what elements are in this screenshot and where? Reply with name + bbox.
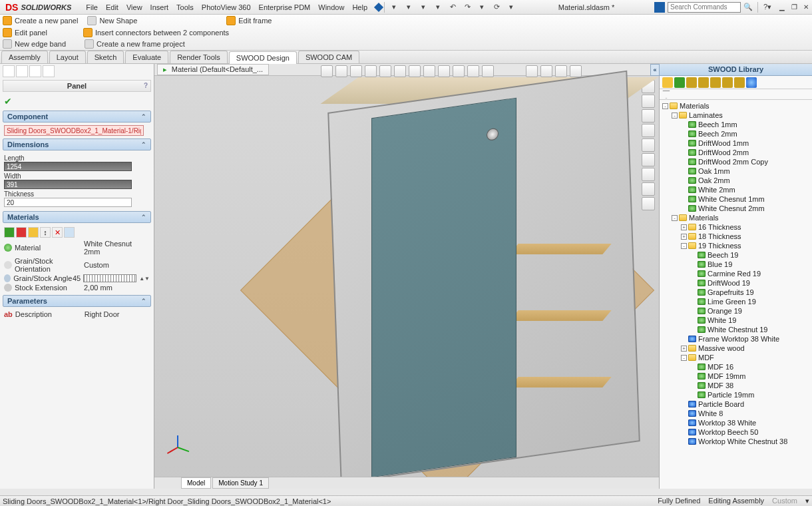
hud-btn[interactable]: [321, 65, 333, 77]
hud-btn[interactable]: [482, 65, 494, 77]
strip-btn[interactable]: [3, 65, 15, 77]
tree-node[interactable]: White Chesnut 1mm: [662, 194, 809, 204]
taskpane-btn[interactable]: [642, 182, 655, 196]
hud-btn[interactable]: [453, 65, 465, 77]
help-dropdown[interactable]: ?▾: [761, 1, 773, 13]
tab-layout[interactable]: Layout: [49, 51, 86, 63]
hud-btn[interactable]: [423, 65, 435, 77]
tree-node[interactable]: Beech 2mm: [662, 129, 809, 138]
tree-node[interactable]: Carmine Red 19: [662, 269, 809, 278]
material-tree[interactable]: -Materials-LaminatesBeech 1mmBeech 2mmDr…: [660, 100, 812, 489]
mat-btn[interactable]: [28, 227, 39, 238]
tree-node[interactable]: Beech 19: [662, 250, 809, 260]
tab-evaluate[interactable]: Evaluate: [125, 51, 168, 63]
library-filter[interactable]: [660, 89, 812, 100]
tree-node[interactable]: White Chesnut 2mm: [662, 204, 809, 213]
cmd-insert-connectors[interactable]: Insert connectors between 2 components: [83, 28, 229, 37]
search-commands-input[interactable]: [668, 2, 741, 13]
viewport-tab[interactable]: ▸ Material (Default<Default_...: [157, 64, 269, 75]
minimize-btn[interactable]: ▁: [777, 3, 787, 11]
new-btn[interactable]: ▾: [388, 1, 400, 13]
strip-btn[interactable]: [29, 65, 41, 77]
tree-node[interactable]: Worktop Beech 50: [662, 427, 809, 437]
tree-node[interactable]: -Materials: [662, 101, 809, 111]
cmd-edit-frame[interactable]: Edit frame: [226, 16, 272, 25]
tree-node[interactable]: White Chestnut 19: [662, 325, 809, 334]
orientation-triad[interactable]: [165, 426, 192, 453]
width-input[interactable]: [4, 180, 132, 189]
hud-btn[interactable]: [540, 65, 552, 77]
menu-view[interactable]: View: [122, 1, 146, 13]
tree-node[interactable]: Worktop 38 White: [662, 418, 809, 427]
tree-node[interactable]: White 2mm: [662, 185, 809, 194]
tree-node[interactable]: +Massive wood: [662, 344, 809, 353]
taskpane-btn[interactable]: [642, 109, 655, 123]
mat-btn[interactable]: ↕: [40, 227, 51, 238]
viewport[interactable]: ▸ Material (Default<Default_... ✔: [154, 64, 659, 489]
tree-node[interactable]: -19 Thickness: [662, 241, 809, 250]
tree-node[interactable]: White 19: [662, 316, 809, 325]
collapse-chevron-icon[interactable]: «: [650, 64, 660, 76]
help-icon[interactable]: ?: [144, 82, 148, 89]
restore-btn[interactable]: ❐: [789, 3, 799, 11]
hud-btn[interactable]: [467, 65, 479, 77]
menu-tools[interactable]: Tools: [172, 1, 198, 13]
strip-btn[interactable]: [43, 65, 55, 77]
hdr-parameters[interactable]: Parameters⌃: [3, 295, 151, 307]
redo-btn[interactable]: ↷: [461, 1, 473, 13]
menu-edit[interactable]: Edit: [102, 1, 122, 13]
tree-node[interactable]: Particle 19mm: [662, 390, 809, 399]
tree-node[interactable]: +16 Thickness: [662, 222, 809, 232]
tab-sketch[interactable]: Sketch: [87, 51, 124, 63]
tree-node[interactable]: Lime Green 19: [662, 297, 809, 306]
tree-node[interactable]: MDF 38: [662, 381, 809, 390]
save-btn[interactable]: ▾: [417, 1, 429, 13]
hdr-dimensions[interactable]: Dimensions⌃: [3, 138, 151, 150]
menu-photoview[interactable]: PhotoView 360: [198, 1, 255, 13]
tree-node[interactable]: DriftWood 19: [662, 278, 809, 288]
tab-model[interactable]: Model: [181, 477, 211, 489]
options-btn[interactable]: ▾: [505, 1, 517, 13]
cmd-edit-panel[interactable]: Edit panel: [3, 28, 47, 37]
lib-btn[interactable]: [662, 77, 673, 88]
hud-btn[interactable]: [350, 65, 362, 77]
menu-help[interactable]: Help: [348, 1, 371, 13]
lib-btn[interactable]: [722, 77, 733, 88]
hud-btn[interactable]: [438, 65, 450, 77]
lib-btn[interactable]: [746, 77, 757, 88]
menu-window[interactable]: Window: [314, 1, 348, 13]
menu-insert[interactable]: Insert: [146, 1, 173, 13]
hud-btn[interactable]: [526, 65, 538, 77]
tree-expander[interactable]: -: [672, 113, 678, 119]
tab-motion-study[interactable]: Motion Study 1: [212, 477, 269, 489]
spinner-icon[interactable]: ▲▼: [139, 276, 150, 282]
lib-btn[interactable]: [686, 77, 697, 88]
lib-btn[interactable]: [710, 77, 721, 88]
status-icon[interactable]: ▾: [805, 497, 809, 505]
tree-expander[interactable]: -: [681, 243, 687, 249]
tree-node[interactable]: +18 Thickness: [662, 232, 809, 241]
tab-swood-design[interactable]: SWOOD Design: [229, 51, 297, 64]
tree-node[interactable]: Frame Worktop 38 White: [662, 334, 809, 344]
lib-btn[interactable]: [674, 77, 685, 88]
tree-node[interactable]: -Materials: [662, 213, 809, 222]
hud-btn[interactable]: [365, 65, 377, 77]
component-field[interactable]: [4, 125, 144, 136]
hud-btn[interactable]: [394, 65, 406, 77]
tree-node[interactable]: Oak 2mm: [662, 176, 809, 185]
tree-node[interactable]: -Laminates: [662, 111, 809, 120]
hud-btn[interactable]: [555, 65, 567, 77]
tree-node[interactable]: Beech 1mm: [662, 120, 809, 129]
lib-btn[interactable]: [734, 77, 745, 88]
taskpane-btn[interactable]: [642, 168, 655, 181]
tab-assembly[interactable]: Assembly: [1, 51, 48, 63]
tree-node[interactable]: Worktop White Chestnut 38: [662, 437, 809, 446]
angle-ruler[interactable]: [83, 274, 136, 282]
menu-pdm[interactable]: Enterprise PDM: [255, 1, 315, 13]
tree-expander[interactable]: +: [681, 234, 687, 240]
tree-node[interactable]: White 8: [662, 409, 809, 418]
lib-btn[interactable]: [698, 77, 709, 88]
open-btn[interactable]: ▾: [403, 1, 415, 13]
tree-expander[interactable]: +: [681, 346, 687, 352]
taskpane-btn[interactable]: [642, 197, 655, 210]
